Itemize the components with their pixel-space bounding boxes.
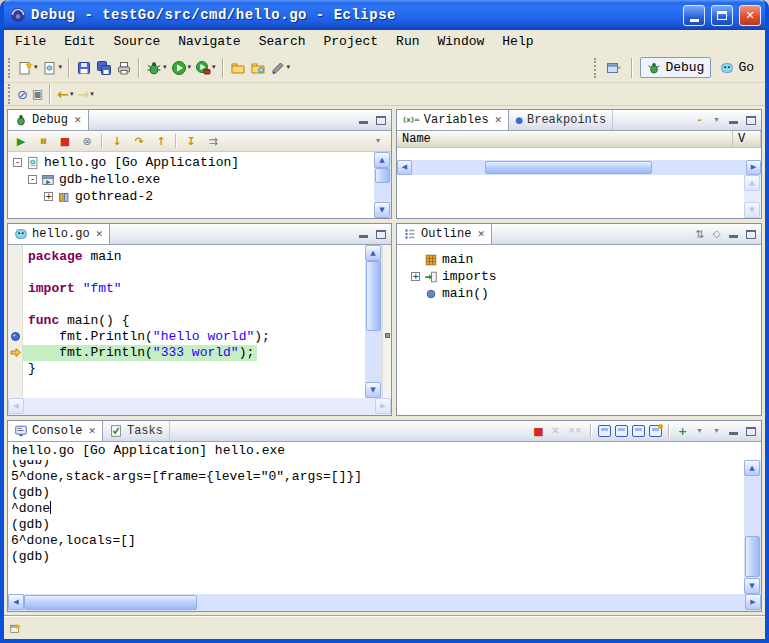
outline-tree[interactable]: main + imports — [397, 245, 761, 415]
perspective-go-button[interactable]: Go — [714, 58, 760, 77]
perspective-debug-button[interactable]: Debug — [640, 57, 711, 78]
display-selected-console-button[interactable]: + — [676, 425, 689, 438]
scroll-track[interactable] — [24, 594, 745, 611]
close-tab-icon[interactable]: ✕ — [74, 116, 82, 125]
resume-button[interactable]: ▶ — [11, 132, 31, 150]
step-over-button[interactable]: ↷ — [129, 132, 149, 150]
maximize-view-button[interactable] — [744, 425, 757, 438]
sort-button[interactable]: ⇅ — [693, 228, 706, 241]
expand-expander-icon[interactable]: + — [411, 272, 420, 281]
debug-vertical-scrollbar[interactable]: ▲ ▼ — [374, 152, 391, 218]
minimize-view-button[interactable] — [727, 114, 740, 127]
tab-variables[interactable]: (x)= Variables ✕ — [397, 110, 509, 130]
scroll-track[interactable] — [744, 476, 761, 578]
scroll-right-button[interactable]: ▶ — [745, 594, 761, 610]
scroll-down-button[interactable]: ▼ — [365, 382, 381, 398]
filter-button[interactable]: ◇ — [710, 228, 723, 241]
dropdown-icon[interactable]: ▾ — [59, 64, 63, 71]
console-output[interactable]: (gdb) 5^done,stack-args=[frame={level="0… — [8, 460, 744, 594]
menu-navigate[interactable]: Navigate — [169, 32, 249, 51]
debug-tree[interactable]: - hello.go [Go Application] - — [8, 152, 391, 218]
console-view-menu-button[interactable]: ▾ — [710, 425, 723, 438]
tab-tasks[interactable]: Tasks — [103, 421, 170, 441]
maximize-view-button[interactable] — [744, 114, 757, 127]
close-tab-icon[interactable]: ✕ — [477, 230, 485, 239]
maximize-view-button[interactable] — [374, 114, 387, 127]
collapse-expander-icon[interactable]: + — [44, 192, 53, 201]
new-wizard-button[interactable]: ▾ — [15, 56, 40, 80]
debug-button[interactable]: ▾ — [144, 56, 169, 80]
menu-run[interactable]: Run — [387, 32, 428, 51]
terminate-console-button[interactable]: ■ — [532, 425, 545, 438]
scroll-thumb[interactable] — [24, 595, 197, 610]
maximize-view-button[interactable] — [374, 228, 387, 241]
breakpoint-icon[interactable] — [10, 331, 21, 342]
minimize-view-button[interactable] — [727, 425, 740, 438]
column-header-value[interactable]: V — [733, 131, 761, 147]
disconnect-button[interactable]: ⊗ — [77, 132, 97, 150]
minimize-window-button[interactable] — [683, 5, 705, 26]
step-into-button[interactable]: ↓ — [107, 132, 127, 150]
overview-marker[interactable] — [385, 333, 390, 338]
dropdown-icon[interactable]: ▾ — [188, 64, 192, 71]
print-button[interactable] — [114, 56, 134, 80]
suspend-button[interactable]: ▮▮ — [33, 132, 53, 150]
menu-search[interactable]: Search — [250, 32, 315, 51]
dropdown-icon[interactable]: ▾ — [70, 91, 74, 98]
menu-project[interactable]: Project — [314, 32, 387, 51]
remove-all-launches-button[interactable]: ✕✕ — [566, 425, 584, 438]
remove-launch-button[interactable]: ✕ — [549, 425, 562, 438]
dropdown-icon[interactable]: ▾ — [90, 91, 94, 98]
fast-view-icon[interactable] — [9, 621, 23, 635]
close-window-button[interactable]: ✕ — [739, 5, 761, 26]
dropdown-icon[interactable]: ▾ — [287, 64, 291, 71]
perspective-gripper[interactable] — [594, 58, 598, 78]
scroll-left-button[interactable]: ◀ — [8, 398, 24, 414]
scroll-up-button[interactable]: ▲ — [374, 152, 390, 168]
tab-outline[interactable]: Outline ✕ — [397, 224, 492, 244]
scroll-left-button[interactable]: ◀ — [8, 594, 24, 610]
tab-breakpoints[interactable]: ● Breakpoints — [509, 110, 613, 130]
dropdown-icon[interactable]: ▾ — [212, 64, 216, 71]
toolbar-gripper[interactable] — [8, 84, 12, 104]
link-with-editor-button[interactable]: ▣ — [30, 84, 45, 104]
scroll-down-button[interactable]: ▼ — [744, 578, 760, 594]
detail-vertical-scrollbar[interactable]: ▲ ▼ — [744, 175, 761, 218]
collapse-expander-icon[interactable]: - — [13, 158, 22, 167]
back-button[interactable]: ← ▾ — [55, 84, 75, 104]
menu-source[interactable]: Source — [104, 32, 169, 51]
variables-horizontal-scrollbar[interactable]: ◀ ▶ — [397, 160, 761, 175]
console-horizontal-scrollbar[interactable]: ◀ ▶ — [8, 594, 761, 611]
close-tab-icon[interactable]: ✕ — [88, 427, 96, 436]
debug-tree-row-launch[interactable]: - hello.go [Go Application] — [8, 154, 374, 171]
search-button[interactable]: ▾ — [268, 56, 293, 80]
scroll-thumb[interactable] — [375, 168, 390, 183]
menu-edit[interactable]: Edit — [55, 32, 104, 51]
scroll-right-button[interactable]: ▶ — [375, 398, 391, 414]
step-return-button[interactable]: ↑ — [151, 132, 171, 150]
scroll-track[interactable] — [365, 261, 382, 382]
maximize-view-button[interactable] — [744, 228, 757, 241]
drop-to-frame-button[interactable]: ↧ — [181, 132, 201, 150]
debug-tree-row-process[interactable]: - gdb-hello.exe — [8, 171, 374, 188]
outline-row-package[interactable]: main — [411, 251, 761, 268]
debug-tree-row-thread[interactable]: + gothread-2 — [8, 188, 374, 205]
external-tools-button[interactable]: ▾ — [193, 56, 218, 80]
editor-vertical-scrollbar[interactable]: ▲ ▼ — [365, 245, 382, 398]
clear-console-button[interactable] — [598, 425, 611, 438]
editor-vertical-ruler[interactable] — [8, 245, 23, 398]
variables-detail-pane[interactable]: ▲ ▼ — [397, 175, 761, 218]
new-go-element-button[interactable]: ▾ — [40, 56, 65, 80]
save-button[interactable] — [74, 56, 94, 80]
skip-all-breakpoints-button[interactable]: ⊘ — [15, 84, 30, 104]
instruction-pointer-icon[interactable] — [10, 347, 21, 358]
outline-row-main-func[interactable]: main() — [411, 285, 761, 302]
open-folder-button[interactable] — [228, 56, 248, 80]
save-all-button[interactable] — [94, 56, 114, 80]
outline-row-imports[interactable]: + imports — [411, 268, 761, 285]
show-console-on-output-button[interactable] — [632, 425, 645, 438]
maximize-window-button[interactable] — [711, 5, 733, 26]
scroll-thumb[interactable] — [366, 261, 381, 331]
editor-overview-ruler[interactable] — [382, 245, 391, 398]
scroll-right-button[interactable]: ▶ — [746, 160, 761, 175]
